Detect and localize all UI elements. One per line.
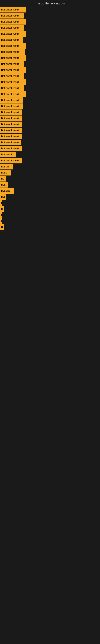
bottleneck-bar[interactable]: Bottleneck result [0, 13, 24, 18]
bottleneck-bar[interactable]: Bottleneck result [0, 49, 25, 55]
bar-container: Bottleneck result [0, 79, 100, 85]
bar-container: Bottleneck [0, 152, 100, 158]
bottleneck-bar[interactable]: Bottleneck result [0, 158, 22, 164]
bar-container: Bottleneck result [0, 122, 100, 127]
bar-container: Bottleneck result [0, 98, 100, 103]
bars-container: Bottleneck resultBottleneck resultBottle… [0, 7, 100, 230]
bottleneck-bar[interactable]: Bottleneck result [0, 31, 26, 37]
bottleneck-bar[interactable]: Bottleneck result [0, 140, 21, 145]
bottleneck-bar[interactable]: Bottlen [0, 164, 13, 170]
bottleneck-bar[interactable]: I [0, 218, 2, 224]
bottleneck-bar[interactable]: Bottl [0, 182, 8, 188]
bar-container: Bottleneck result [0, 43, 100, 49]
bottleneck-bar[interactable]: Bottleneck result [0, 61, 24, 67]
list-item: Bottle [0, 170, 100, 176]
list-item: Bottlen [0, 164, 100, 170]
list-item: Bottleneck [0, 152, 100, 158]
bottleneck-bar[interactable]: I [0, 212, 2, 218]
bar-container: Bottleneck result [0, 134, 100, 139]
bottleneck-bar[interactable]: Bottleneck result [0, 55, 26, 61]
bottleneck-bar[interactable]: Bot [0, 194, 6, 200]
list-item: Bottleneck result [0, 55, 100, 61]
bar-container: Bottleneck result [0, 158, 100, 164]
bottleneck-bar[interactable]: Bottleneck result [0, 146, 22, 151]
list-item: Bot [0, 194, 100, 200]
list-item: Bottleneck result [0, 110, 100, 115]
bar-container: Bottleneck result [0, 73, 100, 79]
bar-container: Bottleneck result [0, 61, 100, 67]
bar-container: Bo [0, 176, 100, 182]
bottleneck-bar[interactable]: Bottleneck result [0, 98, 23, 103]
list-item: Bottleneck result [0, 25, 100, 30]
bar-container: Bottleneck result [0, 140, 100, 145]
bar-container: Bottlen [0, 164, 100, 170]
bar-container: Bottleneck result [0, 128, 100, 133]
list-item: Bottleneck result [0, 79, 100, 85]
list-item: Bottleneck result [0, 128, 100, 133]
list-item: Bo [0, 176, 100, 182]
bottleneck-bar[interactable]: Bottleneck result [0, 122, 22, 127]
list-item: Bottleneck result [0, 61, 100, 67]
bottleneck-bar[interactable]: Bottleneck result [0, 25, 24, 30]
bar-container: Bottleneck result [0, 25, 100, 30]
bottleneck-bar[interactable]: Bottleneck result [0, 43, 26, 49]
bottleneck-bar[interactable]: Bottleneck result [0, 85, 24, 91]
bottleneck-bar[interactable]: Bottleneck result [0, 134, 22, 139]
bar-container: B [0, 224, 100, 230]
list-item: I [0, 212, 100, 218]
list-item: Bottleneck result [0, 140, 100, 145]
bottleneck-bar[interactable]: Bottleneck result [0, 37, 23, 43]
list-item: Bottleneck result [0, 67, 100, 73]
bar-container: Bottleneck result [0, 13, 100, 18]
bottleneck-bar[interactable]: Bottle [0, 170, 11, 176]
bottleneck-bar[interactable]: B [0, 200, 2, 206]
bar-container: Bottleneck result [0, 85, 100, 91]
bottleneck-bar[interactable]: B [0, 224, 3, 230]
bottleneck-bar[interactable]: Bottleneck result [0, 116, 22, 121]
list-item: Bottleneck result [0, 7, 100, 12]
bottleneck-bar[interactable]: Bottleneck result [0, 73, 24, 79]
list-item: Bottl [0, 182, 100, 188]
list-item: Bottleneck result [0, 116, 100, 121]
bar-container: Bottleneck result [0, 91, 100, 97]
bar-container: Bottleneck result [0, 49, 100, 55]
list-item: Bottleneck result [0, 49, 100, 55]
bottleneck-bar[interactable]: Bottleneck result [0, 104, 23, 109]
bottleneck-bar[interactable]: Bottleneck [0, 152, 16, 158]
bar-container: Bottleneck result [0, 19, 100, 24]
list-item: Bottleneck result [0, 31, 100, 37]
list-item: Bottleneck result [0, 19, 100, 24]
list-item: Bottleneck result [0, 73, 100, 79]
bottleneck-bar[interactable]: Bottleneck result [0, 7, 26, 12]
list-item: I [0, 218, 100, 224]
bottleneck-bar[interactable]: Bottleneck result [0, 67, 26, 73]
bottleneck-bar[interactable]: Bottleneck result [0, 128, 22, 133]
bottleneck-bar[interactable]: Bottlene [0, 188, 14, 194]
list-item: Bottlene [0, 188, 100, 194]
bar-container: Bottleneck result [0, 37, 100, 43]
list-item: Bottleneck result [0, 122, 100, 127]
bar-container: Bottle [0, 170, 100, 176]
site-title: TheBottlenecker.com [0, 0, 100, 7]
bar-container: B [0, 206, 100, 212]
bar-container: Bottleneck result [0, 116, 100, 121]
list-item: Bottleneck result [0, 98, 100, 103]
list-item: Bottleneck result [0, 13, 100, 18]
bottleneck-bar[interactable]: B [0, 206, 3, 212]
list-item: Bottleneck result [0, 158, 100, 164]
bar-container: B [0, 200, 100, 206]
bar-container: Bottleneck result [0, 7, 100, 12]
bottleneck-bar[interactable]: Bo [0, 176, 6, 182]
list-item: Bottleneck result [0, 91, 100, 97]
list-item: Bottleneck result [0, 134, 100, 139]
bottleneck-bar[interactable]: Bottleneck result [0, 19, 26, 24]
list-item: Bottleneck result [0, 146, 100, 151]
bar-container: Bottl [0, 182, 100, 188]
list-item: Bottleneck result [0, 43, 100, 49]
bar-container: Bot [0, 194, 100, 200]
bottleneck-bar[interactable]: Bottleneck result [0, 110, 22, 115]
list-item: Bottleneck result [0, 85, 100, 91]
bar-container: I [0, 218, 100, 224]
bottleneck-bar[interactable]: Bottleneck result [0, 91, 26, 97]
bottleneck-bar[interactable]: Bottleneck result [0, 79, 26, 85]
